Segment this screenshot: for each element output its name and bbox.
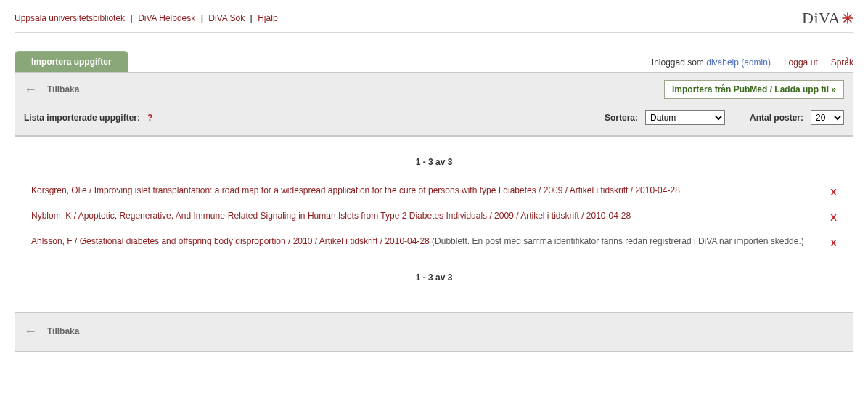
top-link-search[interactable]: DiVA Sök	[208, 13, 245, 23]
list-item: Nyblom, K / Apoptotic, Regenerative, And…	[31, 207, 837, 232]
pager-bottom: 1 - 3 av 3	[31, 258, 837, 283]
separator: |	[198, 13, 206, 23]
top-link-help[interactable]: Hjälp	[258, 13, 277, 23]
record-link[interactable]: Korsgren, Olle / Improving islet transpl…	[31, 185, 680, 195]
login-status: Inloggad som divahelp (admin) Logga ut S…	[652, 57, 853, 72]
toolbar-panel: ← Tillbaka Importera från PubMed / Ladda…	[15, 72, 853, 136]
top-links: Uppsala universitetsbibliotek | DiVA Hel…	[15, 13, 278, 23]
results-panel: 1 - 3 av 3 Korsgren, Olle / Improving is…	[15, 136, 853, 312]
count-select[interactable]: 20	[811, 110, 844, 125]
diva-logo: DiVA	[802, 9, 853, 28]
separator: |	[127, 13, 135, 23]
login-prefix: Inloggad som	[652, 57, 704, 68]
back-link-bottom[interactable]: ← Tillbaka	[24, 326, 79, 336]
top-link-helpdesk[interactable]: DiVA Helpdesk	[138, 13, 195, 23]
list-item: Ahlsson, F / Gestational diabetes and of…	[31, 232, 837, 258]
tab-import[interactable]: Importera uppgifter	[15, 51, 128, 72]
star-icon	[842, 12, 853, 24]
record-link[interactable]: Nyblom, K / Apoptotic, Regenerative, And…	[31, 211, 631, 221]
import-pubmed-button[interactable]: Importera från PubMed / Ladda upp fil »	[664, 80, 844, 99]
delete-icon[interactable]: X	[830, 210, 837, 225]
list-item: Korsgren, Olle / Improving islet transpl…	[31, 182, 837, 207]
tab-row: Importera uppgifter Inloggad som divahel…	[15, 52, 853, 72]
login-user[interactable]: divahelp (admin)	[706, 57, 771, 68]
logout-link[interactable]: Logga ut	[784, 57, 818, 68]
back-link-top[interactable]: ← Tillbaka	[24, 84, 79, 94]
top-link-library[interactable]: Uppsala universitetsbibliotek	[15, 13, 125, 23]
record-note: (Dubblett. En post med samma identifikat…	[430, 236, 804, 246]
delete-icon[interactable]: X	[830, 185, 837, 200]
separator: |	[247, 13, 255, 23]
pager-top: 1 - 3 av 3	[31, 150, 837, 182]
record-link[interactable]: Ahlsson, F / Gestational diabetes and of…	[31, 236, 430, 246]
top-bar: Uppsala universitetsbibliotek | DiVA Hel…	[15, 6, 853, 33]
footer-panel: ← Tillbaka	[15, 312, 853, 352]
count-label: Antal poster:	[750, 113, 803, 123]
sort-select[interactable]: Datum	[645, 110, 725, 125]
delete-icon[interactable]: X	[830, 235, 837, 251]
language-link[interactable]: Språk	[831, 57, 853, 68]
list-heading: Lista importerade uppgifter:	[24, 113, 140, 123]
help-icon[interactable]: ?	[147, 113, 152, 123]
sort-label: Sortera:	[605, 113, 638, 123]
